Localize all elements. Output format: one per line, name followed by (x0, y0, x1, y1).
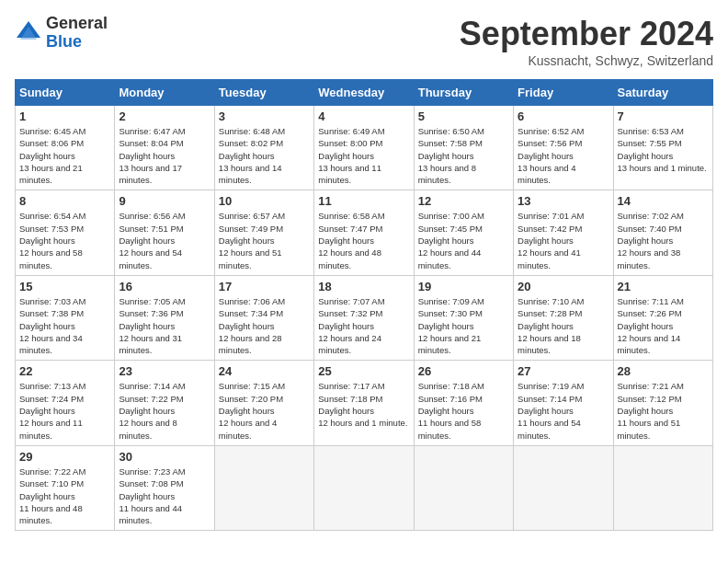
day-info: Sunrise: 6:48 AM Sunset: 8:02 PM Dayligh… (219, 125, 310, 186)
calendar-cell: 28 Sunrise: 7:21 AM Sunset: 7:12 PM Dayl… (613, 361, 712, 445)
day-info: Sunrise: 7:14 AM Sunset: 7:22 PM Dayligh… (119, 380, 210, 441)
day-info: Sunrise: 7:03 AM Sunset: 7:38 PM Dayligh… (19, 295, 110, 356)
calendar-cell: 7 Sunrise: 6:53 AM Sunset: 7:55 PM Dayli… (613, 106, 712, 190)
calendar-row: 15 Sunrise: 7:03 AM Sunset: 7:38 PM Dayl… (16, 275, 713, 360)
day-info: Sunrise: 7:21 AM Sunset: 7:12 PM Dayligh… (618, 380, 709, 441)
calendar-cell: 15 Sunrise: 7:03 AM Sunset: 7:38 PM Dayl… (16, 275, 115, 360)
calendar-cell: 8 Sunrise: 6:54 AM Sunset: 7:53 PM Dayli… (16, 190, 115, 275)
day-info: Sunrise: 7:09 AM Sunset: 7:30 PM Dayligh… (418, 295, 509, 356)
day-number: 23 (119, 364, 210, 378)
day-number: 21 (618, 280, 709, 293)
calendar-cell: 25 Sunrise: 7:17 AM Sunset: 7:18 PM Dayl… (314, 361, 414, 445)
day-info: Sunrise: 7:11 AM Sunset: 7:26 PM Dayligh… (618, 295, 709, 356)
col-tuesday: Tuesday (214, 80, 313, 106)
page-header: General Blue September 2024 Kussnacht, S… (15, 15, 713, 68)
calendar-cell: 1 Sunrise: 6:45 AM Sunset: 8:06 PM Dayli… (16, 106, 115, 190)
day-info: Sunrise: 7:05 AM Sunset: 7:36 PM Dayligh… (119, 295, 210, 356)
calendar-row: 29 Sunrise: 7:22 AM Sunset: 7:10 PM Dayl… (16, 445, 713, 530)
day-info: Sunrise: 7:19 AM Sunset: 7:14 PM Dayligh… (518, 380, 609, 441)
calendar-cell: 16 Sunrise: 7:05 AM Sunset: 7:36 PM Dayl… (115, 275, 214, 360)
day-info: Sunrise: 6:52 AM Sunset: 7:56 PM Dayligh… (518, 125, 609, 186)
calendar-cell: 5 Sunrise: 6:50 AM Sunset: 7:58 PM Dayli… (414, 106, 513, 190)
calendar-cell (314, 445, 414, 530)
day-info: Sunrise: 7:10 AM Sunset: 7:28 PM Dayligh… (518, 295, 609, 356)
calendar-cell (414, 445, 513, 530)
calendar-cell: 21 Sunrise: 7:11 AM Sunset: 7:26 PM Dayl… (613, 275, 712, 360)
calendar-cell: 27 Sunrise: 7:19 AM Sunset: 7:14 PM Dayl… (514, 361, 613, 445)
calendar-cell (514, 445, 613, 530)
calendar-cell: 19 Sunrise: 7:09 AM Sunset: 7:30 PM Dayl… (414, 275, 513, 360)
calendar-cell: 17 Sunrise: 7:06 AM Sunset: 7:34 PM Dayl… (214, 275, 313, 360)
day-number: 30 (119, 450, 210, 464)
calendar-cell: 9 Sunrise: 6:56 AM Sunset: 7:51 PM Dayli… (115, 190, 214, 275)
day-info: Sunrise: 7:18 AM Sunset: 7:16 PM Dayligh… (418, 380, 509, 441)
logo: General Blue (15, 15, 108, 52)
calendar-cell: 13 Sunrise: 7:01 AM Sunset: 7:42 PM Dayl… (514, 190, 613, 275)
day-info: Sunrise: 6:57 AM Sunset: 7:49 PM Dayligh… (219, 210, 310, 270)
day-number: 19 (418, 280, 509, 293)
day-info: Sunrise: 6:47 AM Sunset: 8:04 PM Dayligh… (119, 125, 210, 186)
calendar-row: 22 Sunrise: 7:13 AM Sunset: 7:24 PM Dayl… (16, 361, 713, 445)
calendar-cell: 23 Sunrise: 7:14 AM Sunset: 7:22 PM Dayl… (115, 361, 214, 445)
calendar-cell: 12 Sunrise: 7:00 AM Sunset: 7:45 PM Dayl… (414, 190, 513, 275)
day-number: 18 (318, 280, 409, 293)
day-number: 20 (518, 280, 609, 293)
day-info: Sunrise: 7:13 AM Sunset: 7:24 PM Dayligh… (19, 380, 110, 441)
day-info: Sunrise: 7:02 AM Sunset: 7:40 PM Dayligh… (618, 210, 709, 270)
logo-general-text: General (46, 15, 108, 33)
day-info: Sunrise: 7:22 AM Sunset: 7:10 PM Dayligh… (19, 465, 110, 526)
day-number: 27 (518, 364, 609, 378)
logo-blue-text: Blue (46, 33, 108, 52)
calendar-cell: 24 Sunrise: 7:15 AM Sunset: 7:20 PM Dayl… (214, 361, 313, 445)
day-number: 13 (518, 194, 609, 208)
day-number: 4 (318, 109, 409, 123)
calendar-row: 1 Sunrise: 6:45 AM Sunset: 8:06 PM Dayli… (16, 106, 713, 190)
day-info: Sunrise: 6:49 AM Sunset: 8:00 PM Dayligh… (318, 125, 409, 186)
calendar-cell: 14 Sunrise: 7:02 AM Sunset: 7:40 PM Dayl… (613, 190, 712, 275)
col-sunday: Sunday (16, 80, 115, 106)
day-info: Sunrise: 6:56 AM Sunset: 7:51 PM Dayligh… (119, 210, 210, 270)
location: Kussnacht, Schwyz, Switzerland (460, 53, 713, 68)
day-info: Sunrise: 7:07 AM Sunset: 7:32 PM Dayligh… (318, 295, 409, 356)
day-number: 6 (518, 109, 609, 123)
col-wednesday: Wednesday (314, 80, 414, 106)
calendar-cell: 29 Sunrise: 7:22 AM Sunset: 7:10 PM Dayl… (16, 445, 115, 530)
calendar-cell: 11 Sunrise: 6:58 AM Sunset: 7:47 PM Dayl… (314, 190, 414, 275)
day-info: Sunrise: 7:23 AM Sunset: 7:08 PM Dayligh… (119, 465, 210, 526)
day-number: 17 (219, 280, 310, 293)
calendar-cell: 6 Sunrise: 6:52 AM Sunset: 7:56 PM Dayli… (514, 106, 613, 190)
calendar-cell: 26 Sunrise: 7:18 AM Sunset: 7:16 PM Dayl… (414, 361, 513, 445)
calendar-cell: 22 Sunrise: 7:13 AM Sunset: 7:24 PM Dayl… (16, 361, 115, 445)
calendar-cell: 4 Sunrise: 6:49 AM Sunset: 8:00 PM Dayli… (314, 106, 414, 190)
calendar-row: 8 Sunrise: 6:54 AM Sunset: 7:53 PM Dayli… (16, 190, 713, 275)
day-number: 15 (19, 280, 110, 293)
col-thursday: Thursday (414, 80, 513, 106)
col-saturday: Saturday (613, 80, 712, 106)
day-number: 29 (19, 450, 110, 464)
day-info: Sunrise: 6:53 AM Sunset: 7:55 PM Dayligh… (618, 125, 709, 174)
day-number: 10 (219, 194, 310, 208)
calendar-cell: 2 Sunrise: 6:47 AM Sunset: 8:04 PM Dayli… (115, 106, 214, 190)
logo-icon (15, 19, 42, 47)
day-number: 3 (219, 109, 310, 123)
calendar-cell (214, 445, 313, 530)
header-row: Sunday Monday Tuesday Wednesday Thursday… (16, 80, 713, 106)
day-info: Sunrise: 6:54 AM Sunset: 7:53 PM Dayligh… (19, 210, 110, 270)
day-number: 25 (318, 364, 409, 378)
day-number: 8 (19, 194, 110, 208)
day-info: Sunrise: 7:06 AM Sunset: 7:34 PM Dayligh… (219, 295, 310, 356)
title-area: September 2024 Kussnacht, Schwyz, Switze… (460, 15, 713, 68)
day-number: 26 (418, 364, 509, 378)
day-number: 16 (119, 280, 210, 293)
day-info: Sunrise: 7:01 AM Sunset: 7:42 PM Dayligh… (518, 210, 609, 270)
day-number: 12 (418, 194, 509, 208)
day-number: 2 (119, 109, 210, 123)
day-info: Sunrise: 6:58 AM Sunset: 7:47 PM Dayligh… (318, 210, 409, 270)
day-number: 11 (318, 194, 409, 208)
calendar-cell: 18 Sunrise: 7:07 AM Sunset: 7:32 PM Dayl… (314, 275, 414, 360)
day-number: 5 (418, 109, 509, 123)
col-monday: Monday (115, 80, 214, 106)
day-info: Sunrise: 6:45 AM Sunset: 8:06 PM Dayligh… (19, 125, 110, 186)
calendar-cell: 3 Sunrise: 6:48 AM Sunset: 8:02 PM Dayli… (214, 106, 313, 190)
day-info: Sunrise: 6:50 AM Sunset: 7:58 PM Dayligh… (418, 125, 509, 186)
